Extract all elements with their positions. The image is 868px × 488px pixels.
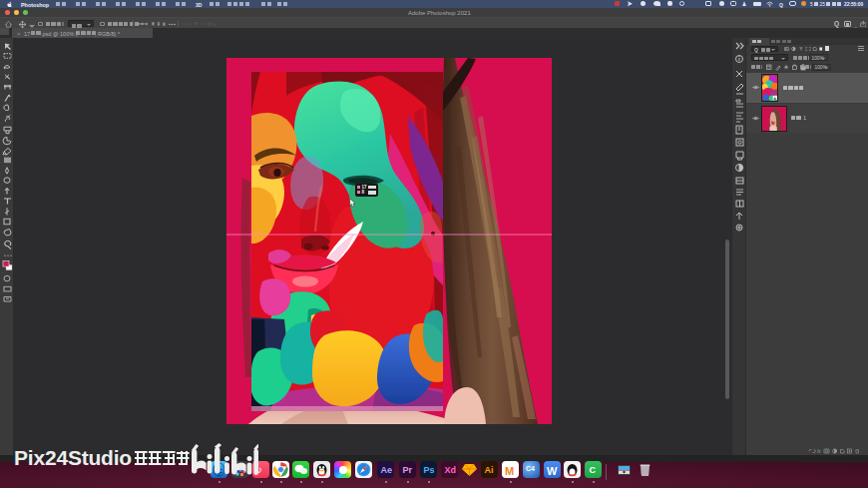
svg-text:fx: fx: [817, 449, 821, 454]
